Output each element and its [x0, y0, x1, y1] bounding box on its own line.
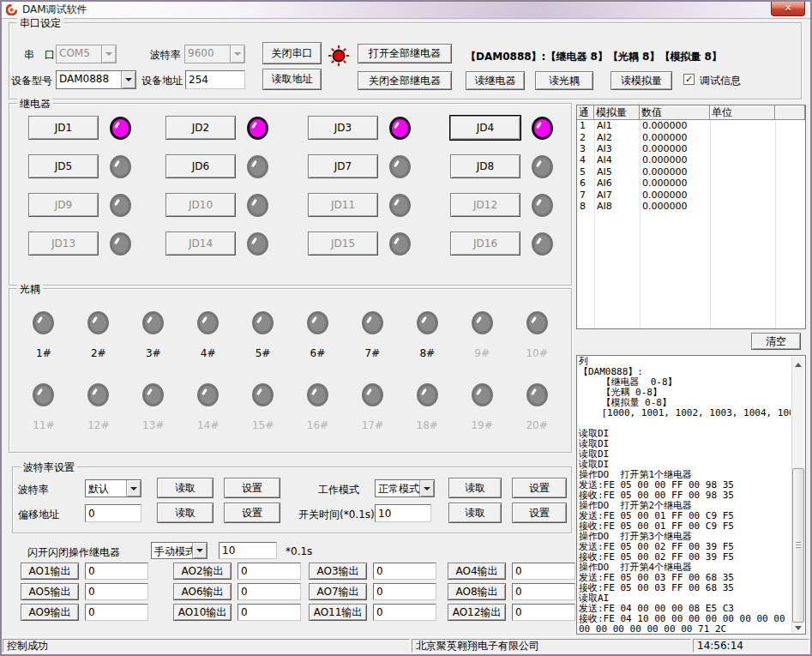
ao-value-input-7[interactable] — [373, 583, 436, 600]
work-mode-set-button[interactable]: 设置 — [512, 478, 567, 498]
ao-value-input-3[interactable] — [373, 563, 436, 580]
relay-button-jd3[interactable]: JD3 — [308, 116, 378, 140]
model-select[interactable]: DAM0888 — [56, 70, 136, 89]
ao-value-input-8[interactable] — [512, 583, 575, 600]
opto-cell: 20# — [509, 383, 564, 431]
relay-button-jd5[interactable]: JD5 — [28, 154, 99, 178]
relay-button-jd7[interactable]: JD7 — [308, 154, 378, 178]
ao-value-input-12[interactable] — [512, 604, 575, 621]
switch-time-read-button[interactable]: 读取 — [448, 503, 502, 523]
scrollbar-thumb[interactable] — [792, 468, 804, 623]
table-header-cell[interactable] — [775, 105, 805, 120]
dropdown-arrow-icon[interactable] — [192, 543, 207, 558]
log-line: 00 00 00 00 00 00 00 71 2C — [579, 624, 791, 633]
analog-table-header: 通模拟量数值单位 — [577, 105, 805, 120]
work-mode-select[interactable]: 正常模式 — [375, 479, 435, 497]
dropdown-arrow-icon[interactable] — [121, 71, 135, 88]
ao-value-input-4[interactable] — [512, 563, 575, 580]
open-all-relays-button[interactable]: 打开全部继电器 — [358, 44, 452, 63]
ao-output-button-12[interactable]: AO12输出 — [448, 604, 506, 621]
table-header-cell[interactable]: 单位 — [710, 105, 775, 120]
ao-value-input-5[interactable] — [85, 583, 148, 600]
close-port-button[interactable]: 关闭串口 — [262, 42, 322, 64]
table-header-cell[interactable]: 模拟量 — [594, 105, 640, 120]
ao-value-input-11[interactable] — [373, 604, 436, 621]
scroll-up-icon[interactable] — [795, 363, 802, 367]
work-mode-read-button[interactable]: 读取 — [448, 478, 502, 498]
clear-log-button[interactable]: 清空 — [751, 333, 801, 350]
ao-output-button-11[interactable]: AO11输出 — [309, 604, 367, 621]
ao-value-input-6[interactable] — [238, 583, 301, 600]
table-header-cell[interactable]: 数值 — [640, 105, 710, 120]
read-relay-button[interactable]: 读继电器 — [466, 71, 525, 90]
relay-button-jd11: JD11 — [308, 193, 378, 217]
ao-output-button-8[interactable]: AO8输出 — [448, 583, 506, 600]
ao-value-input-1[interactable] — [85, 563, 148, 580]
table-cell: 4 — [577, 154, 594, 166]
relay-button-jd6[interactable]: JD6 — [165, 154, 236, 178]
flash-mode-select[interactable]: 手动模式 — [151, 542, 208, 559]
opto-group-label: 光耦 — [17, 282, 43, 297]
ao-output-button-2[interactable]: AO2输出 — [173, 563, 232, 580]
ao-cell: AO12输出 — [448, 604, 576, 621]
read-analog-button[interactable]: 读模拟量 — [611, 71, 672, 90]
opto-led-3 — [142, 311, 164, 334]
table-row[interactable]: 3AI30.000000 — [577, 143, 805, 154]
ao-output-button-5[interactable]: AO5输出 — [21, 583, 79, 600]
table-row[interactable]: 8AI80.000000 — [577, 201, 805, 212]
relay-button-jd9: JD9 — [28, 193, 99, 217]
log-line: 读取DI — [579, 439, 791, 449]
device-addr-input[interactable] — [185, 70, 245, 89]
ao-value-input-9[interactable] — [85, 604, 148, 621]
close-button[interactable]: ✕ — [771, 2, 805, 16]
port-label: 串 口 — [24, 48, 55, 63]
ao-output-button-4[interactable]: AO4输出 — [448, 563, 506, 580]
table-row[interactable]: 5AI50.000000 — [577, 166, 805, 178]
relay-button-jd2[interactable]: JD2 — [165, 116, 236, 140]
table-cell: 6 — [577, 178, 594, 189]
log-scrollbar[interactable] — [791, 357, 804, 633]
table-row[interactable]: 2AI20.000000 — [577, 131, 805, 142]
ao-value-input-2[interactable] — [238, 563, 301, 580]
read-opto-button[interactable]: 读光耦 — [535, 71, 593, 90]
ao-cell: AO9输出 — [21, 604, 173, 621]
serial-status-led — [328, 45, 349, 69]
ao-output-button-3[interactable]: AO3输出 — [309, 563, 367, 580]
ao-output-button-10[interactable]: AO10输出 — [173, 604, 232, 621]
ao-output-button-6[interactable]: AO6输出 — [173, 583, 232, 600]
dropdown-arrow-icon[interactable] — [126, 480, 141, 497]
ao-output-button-7[interactable]: AO7输出 — [309, 583, 367, 600]
offset-read-button[interactable]: 读取 — [157, 503, 214, 523]
baudrate-read-button[interactable]: 读取 — [157, 478, 214, 498]
switch-time-input[interactable] — [375, 504, 431, 522]
ao-output-button-1[interactable]: AO1输出 — [21, 563, 79, 580]
relay-cell: JD14 — [157, 232, 299, 256]
title-bar[interactable]: DAM调试软件 — [2, 2, 810, 19]
baudrate-set-button[interactable]: 设置 — [224, 478, 280, 498]
relay-button-jd1[interactable]: JD1 — [28, 116, 99, 140]
table-header-cell[interactable]: 通 — [577, 105, 594, 120]
opto-label-6: 6# — [310, 347, 326, 359]
read-addr-button[interactable]: 读取地址 — [262, 69, 322, 90]
relay-led-jd5 — [110, 155, 131, 178]
close-all-relays-button[interactable]: 关闭全部继电器 — [358, 71, 452, 90]
relay-button-jd4[interactable]: JD4 — [450, 116, 520, 140]
flash-time-input[interactable] — [219, 542, 277, 559]
table-row[interactable]: 6AI60.000000 — [577, 178, 805, 189]
debug-info-checkbox[interactable]: ✓ — [683, 74, 695, 85]
switch-time-set-button[interactable]: 设置 — [512, 503, 567, 523]
dropdown-arrow-icon[interactable] — [419, 480, 434, 497]
opto-cell: 14# — [181, 383, 236, 431]
baudrate-select[interactable]: 默认 — [85, 479, 141, 497]
table-row[interactable]: 4AI40.000000 — [577, 154, 805, 166]
ao-cell: AO3输出 — [309, 563, 448, 580]
table-row[interactable]: 7AI70.000000 — [577, 189, 805, 200]
ao-value-input-10[interactable] — [238, 604, 301, 621]
ao-output-button-9[interactable]: AO9输出 — [21, 604, 79, 621]
offset-set-button[interactable]: 设置 — [224, 503, 280, 523]
scroll-down-icon[interactable] — [795, 626, 802, 630]
offset-addr-input[interactable] — [85, 504, 141, 522]
relay-button-jd8[interactable]: JD8 — [450, 154, 520, 178]
relay-cell: JD9 — [20, 193, 157, 217]
table-row[interactable]: 1AI10.000000 — [577, 120, 805, 131]
